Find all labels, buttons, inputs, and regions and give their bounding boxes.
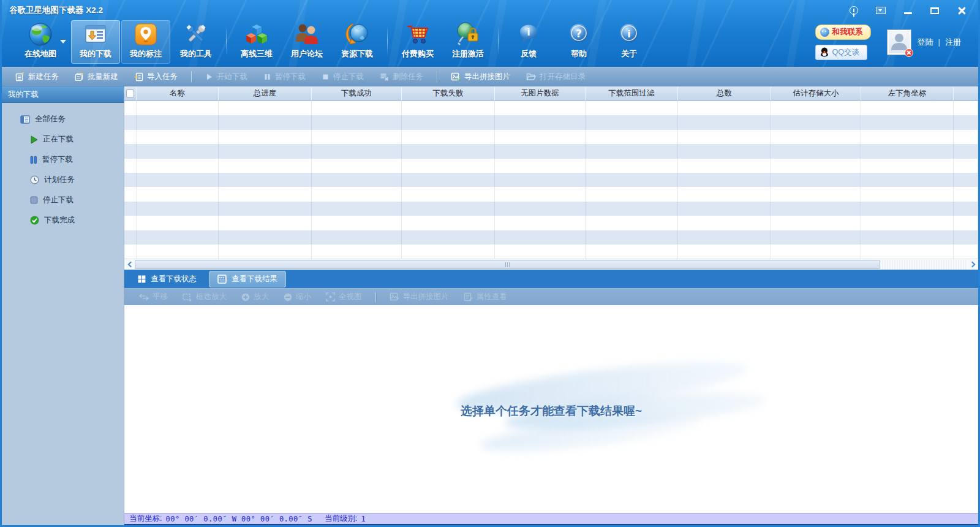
table-row[interactable] [124, 230, 978, 245]
map-marker-icon [133, 20, 159, 48]
batch-new-button[interactable]: 批量新建 [67, 69, 126, 85]
tab-download-status[interactable]: 查看下载状态 [129, 271, 205, 287]
sidebar-item-downloading[interactable]: 正在下载 [2, 129, 124, 150]
delete-task-button[interactable]: 删除任务 [372, 69, 431, 85]
toolbar-help[interactable]: ? 帮助 [554, 20, 603, 64]
toolbar-offline-3d[interactable]: 离线三维 [232, 20, 281, 64]
table-row[interactable] [124, 144, 978, 158]
check-icon [30, 216, 39, 225]
col-name[interactable]: 名称 [137, 86, 219, 100]
close-icon [957, 6, 966, 15]
toolbar-my-tools[interactable]: 我的工具 [172, 20, 221, 64]
login-link[interactable]: 登陆 [918, 37, 933, 48]
import-task-button[interactable]: 导入任务 [127, 69, 185, 85]
close-button[interactable] [955, 6, 968, 15]
globe-icon [27, 20, 54, 48]
action-separator [191, 71, 192, 82]
offline-badge-icon [905, 48, 913, 57]
batch-new-icon [75, 72, 84, 82]
pause-icon [263, 73, 271, 81]
table-row[interactable] [124, 245, 978, 259]
minimize-button[interactable] [901, 6, 914, 15]
export-stitched-image-button-2[interactable]: 导出拼接图片 [382, 290, 456, 304]
toolbar-feedback[interactable]: i 反馈 [504, 20, 553, 64]
stop-download-button[interactable]: 停止下载 [314, 69, 371, 85]
window-chrome: 谷歌卫星地图下载器 X2.2 [2, 0, 978, 67]
title-bar: 谷歌卫星地图下载器 X2.2 [2, 0, 978, 18]
table-row[interactable] [124, 187, 978, 201]
toolbar-activate[interactable]: 注册激活 [443, 20, 492, 64]
zoom-in-button[interactable]: 放大 [234, 290, 276, 304]
scroll-right-button[interactable] [968, 259, 978, 270]
toolbar-my-annotations[interactable]: 我的标注 [121, 20, 170, 64]
tray-button[interactable] [874, 6, 888, 15]
box-zoom-icon [183, 293, 192, 301]
main-toolbar: 在线地图 我的下载 [2, 18, 978, 67]
toolbar-purchase[interactable]: 付费购买 [393, 20, 442, 64]
col-total[interactable]: 总数 [678, 86, 771, 100]
table-row[interactable] [124, 159, 978, 173]
properties-view-button[interactable]: 属性查看 [456, 290, 514, 304]
table-row[interactable] [124, 101, 978, 115]
col-size[interactable]: 估计存储大小 [771, 86, 861, 100]
import-task-icon [134, 72, 143, 82]
toolbar-user-forum[interactable]: 用户论坛 [282, 20, 331, 64]
login-divider: | [938, 37, 940, 47]
new-task-button[interactable]: 新建任务 [8, 69, 66, 85]
toolbar-resource-download[interactable]: 资源下载 [333, 20, 382, 64]
toolbar-separator [387, 26, 388, 56]
horizontal-scrollbar[interactable] [124, 259, 978, 270]
toolbar-my-downloads[interactable]: 我的下载 [71, 20, 120, 64]
scroll-left-button[interactable] [124, 259, 135, 270]
toolbar-online-map[interactable]: 在线地图 [11, 20, 70, 64]
contact-me-button[interactable]: 和我联系 [815, 25, 871, 40]
sidebar: 我的下载 全部任务 正在下载 [2, 86, 124, 525]
table-row[interactable] [124, 202, 978, 216]
select-all-checkbox[interactable] [126, 89, 134, 97]
users-forum-icon [293, 20, 320, 48]
sidebar-item-scheduled[interactable]: 计划任务 [2, 170, 124, 190]
full-view-button[interactable]: 全视图 [318, 290, 369, 304]
pan-button[interactable]: 平移 [132, 290, 175, 304]
table-row[interactable] [124, 216, 978, 230]
maximize-button[interactable] [928, 6, 941, 15]
table-row[interactable] [124, 173, 978, 187]
delete-task-icon [380, 72, 389, 81]
select-all-cell[interactable] [124, 86, 137, 100]
export-stitched-image-button[interactable]: 导出拼接图片 [443, 69, 518, 85]
avatar[interactable] [887, 29, 911, 55]
level-label: 当前级别: [325, 514, 357, 524]
main-column: 名称 总进度 下载成功 下载失败 无图片数据 下载范围过滤 总数 估计存储大小 … [124, 86, 978, 525]
start-download-button[interactable]: 开始下载 [198, 69, 255, 85]
play-icon [30, 135, 38, 144]
col-coord[interactable]: 左下角坐标 [861, 86, 954, 100]
sidebar-item-stopped[interactable]: 停止下载 [2, 190, 124, 210]
grid-icon [138, 275, 146, 283]
open-storage-dir-button[interactable]: 打开存储目录 [519, 69, 593, 85]
col-failed[interactable]: 下载失败 [402, 86, 495, 100]
col-progress[interactable]: 总进度 [219, 86, 312, 100]
scrollbar-thumb[interactable] [135, 260, 880, 269]
pause-download-button[interactable]: 暂停下载 [256, 69, 313, 85]
table-row[interactable] [124, 130, 978, 144]
pan-icon [139, 294, 149, 301]
col-range-filter[interactable]: 下载范围过滤 [586, 86, 678, 100]
table-body [124, 101, 978, 259]
register-link[interactable]: 注册 [945, 37, 961, 48]
maximize-icon [930, 7, 939, 14]
scrollbar-track[interactable] [135, 259, 968, 270]
sidebar-item-all-tasks[interactable]: 全部任务 [2, 109, 124, 129]
toolbar-about[interactable]: i 关于 [605, 20, 654, 64]
sidebar-item-paused[interactable]: 暂停下载 [2, 150, 124, 170]
coord-value: 00° 00′ 0.00″ W 00° 00′ 0.00″ S [165, 515, 312, 523]
box-zoom-button[interactable]: 框选放大 [175, 290, 234, 304]
table-row[interactable] [124, 115, 978, 129]
map-toolbar: 平移 框选放大 放大 [124, 288, 978, 305]
col-success[interactable]: 下载成功 [312, 86, 402, 100]
sidebar-item-completed[interactable]: 下载完成 [2, 210, 124, 230]
zoom-out-button[interactable]: 缩小 [276, 290, 318, 304]
tab-download-result[interactable]: 查看下载结果 [209, 271, 286, 287]
col-no-image[interactable]: 无图片数据 [495, 86, 586, 100]
info-button[interactable] [847, 6, 861, 15]
qq-chat-button[interactable]: QQ交谈 [815, 45, 867, 60]
